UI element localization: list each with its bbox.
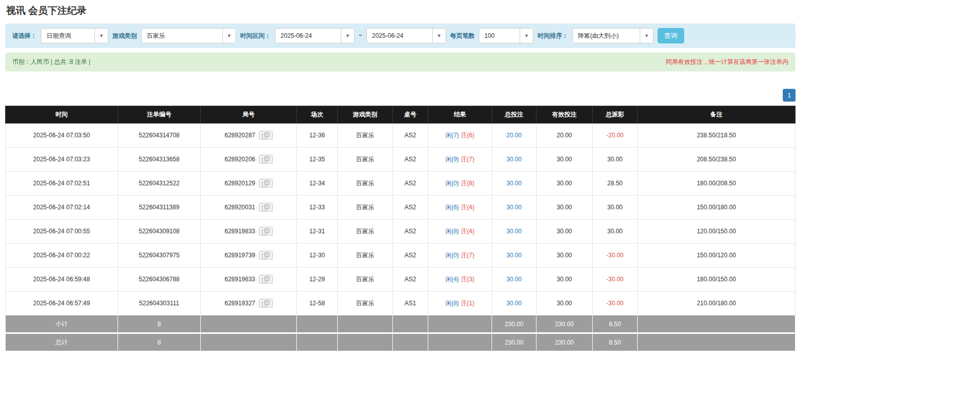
cell-result: 闲(4) 庄(3) [428, 268, 492, 291]
total-bet-link[interactable]: 30.00 [506, 204, 522, 211]
search-button[interactable]: 查询 [658, 28, 684, 43]
result-banker: 庄(7) [461, 252, 475, 259]
total-bet-link[interactable]: 30.00 [506, 228, 522, 235]
cell-time: 2025-06-24 07:03:50 [6, 124, 118, 148]
cell-session: 12-34 [297, 172, 338, 196]
round-detail-button[interactable] [259, 275, 273, 284]
cell-remark: 180.00/150.00 [638, 268, 796, 291]
result-banker: 庄(6) [461, 132, 475, 139]
round-number: 628920287 [224, 132, 255, 139]
column-header: 时间 [6, 106, 118, 124]
footer-total-bet: 230.00 [492, 333, 536, 351]
cell-game-type: 百家乐 [338, 124, 393, 148]
cell-table-number: AS2 [393, 244, 428, 268]
cell-session: 12-33 [297, 196, 338, 220]
round-number: 628919833 [224, 228, 255, 235]
footer-count: 8 [118, 315, 201, 333]
cell-game-type: 百家乐 [338, 244, 393, 268]
result-player: 闲(7) [446, 132, 459, 139]
cell-payout: -30.00 [593, 291, 638, 315]
date-from-select[interactable]: 2025-06-24 ▼ [275, 28, 355, 43]
cell-result: 闲(8) 庄(4) [428, 220, 492, 244]
page-number-button[interactable]: 1 [783, 89, 796, 102]
table-row: 2025-06-24 06:59:48522604306788628919633… [6, 268, 796, 291]
cell-valid-bet: 30.00 [536, 268, 593, 291]
page-size-select[interactable]: 100 ▼ [479, 28, 533, 43]
round-detail-button[interactable] [259, 203, 273, 212]
range-separator: ~ [359, 32, 362, 39]
column-header: 总投注 [492, 106, 536, 124]
column-header: 桌号 [393, 106, 428, 124]
cell-payout: 30.00 [593, 220, 638, 244]
total-bet-link[interactable]: 30.00 [506, 156, 522, 163]
cell-round-id: 628920129 [201, 172, 297, 196]
game-type-label: 游戏类别 [112, 32, 137, 40]
table-row: 2025-06-24 06:57:49522604303111628919327… [6, 291, 796, 315]
table-row: 2025-06-24 07:02:51522604312522628920129… [6, 172, 796, 196]
round-number: 628919633 [224, 276, 255, 283]
cell-payout: -30.00 [593, 244, 638, 268]
result-player: 闲(6) [446, 204, 459, 211]
cell-session: 12-30 [297, 244, 338, 268]
round-number: 628920206 [224, 156, 255, 163]
total-bet-link[interactable]: 30.00 [506, 180, 522, 187]
footer-payout: 8.50 [593, 315, 638, 333]
cell-remark: 150.00/120.00 [638, 244, 796, 268]
cell-bet-id: 522604309108 [118, 220, 201, 244]
footer-valid-bet: 230.00 [536, 315, 593, 333]
footer-label: 总计 [6, 333, 118, 351]
dice-icon [262, 300, 270, 307]
cell-session: 12-29 [297, 268, 338, 291]
game-type-select[interactable]: 百家乐 ▼ [141, 28, 236, 43]
total-bet-link[interactable]: 30.00 [506, 252, 522, 259]
cell-remark: 180.00/208.50 [638, 172, 796, 196]
round-detail-button[interactable] [259, 131, 273, 140]
query-type-select[interactable]: 日期查询 ▼ [41, 28, 108, 43]
result-player: 闲(0) [446, 180, 459, 187]
cell-game-type: 百家乐 [338, 196, 393, 220]
cell-time: 2025-06-24 07:02:51 [6, 172, 118, 196]
cell-result: 闲(8) 庄(1) [428, 291, 492, 315]
chevron-down-icon: ▼ [222, 29, 236, 43]
chevron-down-icon: ▼ [95, 29, 108, 43]
cell-table-number: AS1 [393, 291, 428, 315]
result-banker: 庄(1) [461, 300, 475, 307]
cell-table-number: AS2 [393, 148, 428, 172]
cell-result: 闲(0) 庄(8) [428, 172, 492, 196]
cell-table-number: AS2 [393, 268, 428, 291]
total-bet-link[interactable]: 30.00 [506, 276, 522, 283]
cell-payout: 28.50 [593, 172, 638, 196]
cell-game-type: 百家乐 [338, 172, 393, 196]
cell-valid-bet: 30.00 [536, 196, 593, 220]
page-size-label: 每页笔数 [450, 32, 475, 40]
round-detail-button[interactable] [259, 179, 273, 188]
table-row: 2025-06-24 07:03:50522604314708628920287… [6, 124, 796, 148]
round-number: 628920129 [224, 180, 255, 187]
sort-select[interactable]: 降冪(由大到小) ▼ [572, 28, 654, 43]
dice-icon [262, 156, 270, 163]
currency-summary: 币别：人民币 | 总共 :8 注单 | [12, 58, 90, 66]
date-to-select[interactable]: 2025-06-24 ▼ [366, 28, 446, 43]
result-player: 闲(9) [446, 156, 459, 163]
cell-game-type: 百家乐 [338, 268, 393, 291]
total-bet-link[interactable]: 30.00 [506, 300, 522, 307]
cell-total-bet: 30.00 [492, 244, 536, 268]
game-type-value: 百家乐 [142, 32, 222, 40]
footer-empty [201, 333, 297, 351]
round-detail-button[interactable] [259, 227, 273, 236]
table-header-row: 时间注单编号局号场次游戏类别桌号结果总投注有效投注总派彩备注 [6, 106, 796, 124]
footer-empty [201, 315, 297, 333]
round-detail-button[interactable] [259, 155, 273, 164]
cell-remark: 208.50/238.50 [638, 148, 796, 172]
cell-bet-id: 522604311389 [118, 196, 201, 220]
cell-total-bet: 30.00 [492, 268, 536, 291]
round-detail-button[interactable] [259, 251, 273, 260]
footer-empty [338, 315, 393, 333]
dice-icon [262, 252, 270, 259]
cell-payout: 30.00 [593, 148, 638, 172]
footer-empty [428, 315, 492, 333]
total-bet-link[interactable]: 20.00 [506, 132, 522, 139]
betting-records-table: 时间注单编号局号场次游戏类别桌号结果总投注有效投注总派彩备注 2025-06-2… [5, 106, 796, 351]
round-detail-button[interactable] [259, 299, 273, 308]
page-container: 视讯 会员下注纪录 请选择： 日期查询 ▼ 游戏类别 百家乐 ▼ 时间区间： 2… [5, 4, 796, 351]
